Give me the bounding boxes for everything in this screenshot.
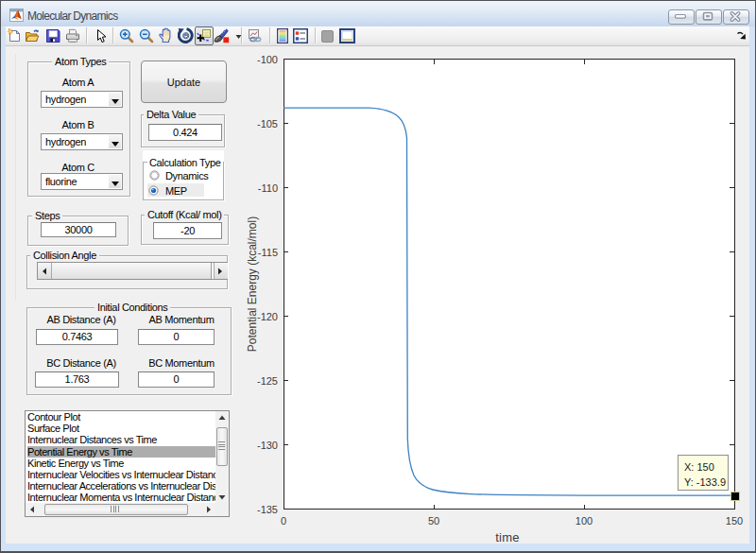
svg-text:time: time [495,530,519,544]
svg-text:100: 100 [576,515,593,527]
svg-text:50: 50 [428,515,439,527]
svg-text:-135: -135 [257,504,278,515]
svg-text:X: 150: X: 150 [684,461,714,473]
svg-text:-130: -130 [257,440,278,451]
svg-text:-100: -100 [257,54,278,65]
svg-text:-120: -120 [257,311,278,322]
svg-text:0: 0 [281,515,286,527]
svg-text:Potential Energy (kcal/mol): Potential Energy (kcal/mol) [246,216,259,352]
svg-text:150: 150 [726,515,743,527]
svg-text:Y: -133.9: Y: -133.9 [684,476,726,488]
svg-text:-115: -115 [258,247,278,258]
svg-text:-105: -105 [257,118,278,130]
svg-text:-125: -125 [257,375,278,387]
svg-text:-110: -110 [258,182,278,194]
